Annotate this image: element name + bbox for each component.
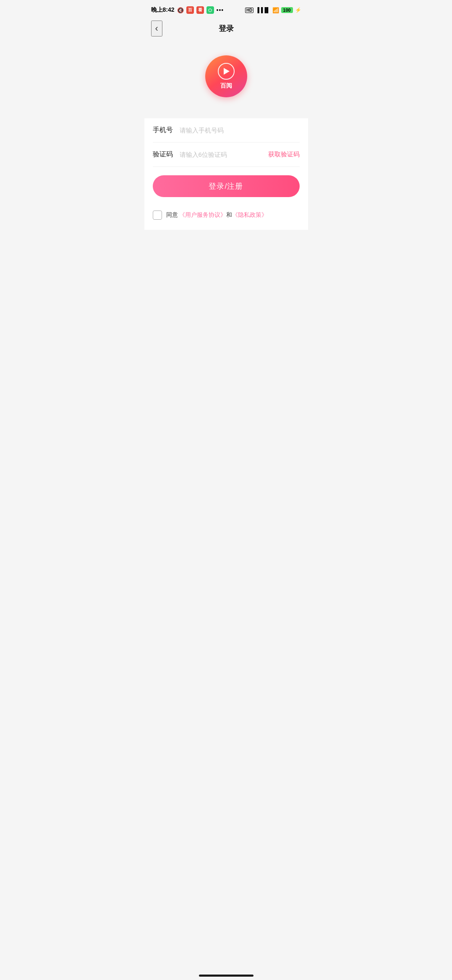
page-title: 登录 <box>219 23 234 34</box>
status-time: 晚上8:42 <box>151 6 175 14</box>
status-bar: 晚上8:42 🔇 百 看 ⬡ ••• HD ▐▐▐▌ 📶 100 ⚡ <box>144 0 308 18</box>
app-name-label: 百阅 <box>220 82 232 90</box>
wifi-icon: 📶 <box>272 7 279 13</box>
app-logo: 百阅 <box>205 55 247 97</box>
agreement-link-privacy[interactable]: 《隐私政策》 <box>232 211 267 218</box>
play-icon-circle <box>218 63 235 80</box>
play-triangle-icon <box>224 68 230 75</box>
status-right: HD ▐▐▐▌ 📶 100 ⚡ <box>245 7 301 13</box>
nav-bar: ‹ 登录 <box>144 18 308 39</box>
signal-icon: ▐▐▐▌ <box>256 7 270 13</box>
login-register-button[interactable]: 登录/注册 <box>153 175 300 197</box>
phone-input[interactable] <box>176 127 300 134</box>
battery-icon: 100 <box>281 7 293 13</box>
code-label: 验证码 <box>153 150 176 159</box>
mute-icon: 🔇 <box>177 7 184 13</box>
notif-icon-2: 看 <box>196 6 204 14</box>
form-section: 手机号 验证码 获取验证码 <box>144 118 308 167</box>
back-button[interactable]: ‹ <box>151 21 162 36</box>
logo-section: 百阅 <box>144 39 308 118</box>
hd-badge: HD <box>245 8 253 13</box>
agreement-prefix: 同意 <box>166 211 180 218</box>
phone-row: 手机号 <box>153 118 300 143</box>
agreement-text: 同意 《用户服务协议》和《隐私政策》 <box>166 211 268 219</box>
login-button-section: 登录/注册 <box>144 167 308 207</box>
code-input[interactable] <box>176 151 268 158</box>
agreement-and: 和 <box>226 211 232 218</box>
notif-icon-1: 百 <box>186 6 194 14</box>
notif-icon-3: ⬡ <box>206 6 214 14</box>
agreement-section: 同意 《用户服务协议》和《隐私政策》 <box>144 207 308 230</box>
phone-label: 手机号 <box>153 126 176 135</box>
status-left: 晚上8:42 🔇 百 看 ⬡ ••• <box>151 6 224 14</box>
charging-icon: ⚡ <box>295 7 301 13</box>
get-code-button[interactable]: 获取验证码 <box>268 151 300 159</box>
bottom-spacer <box>144 230 308 356</box>
agreement-link-service[interactable]: 《用户服务协议》 <box>179 211 226 218</box>
code-row: 验证码 获取验证码 <box>153 143 300 167</box>
agreement-checkbox[interactable] <box>153 211 162 220</box>
more-dots: ••• <box>217 7 224 13</box>
